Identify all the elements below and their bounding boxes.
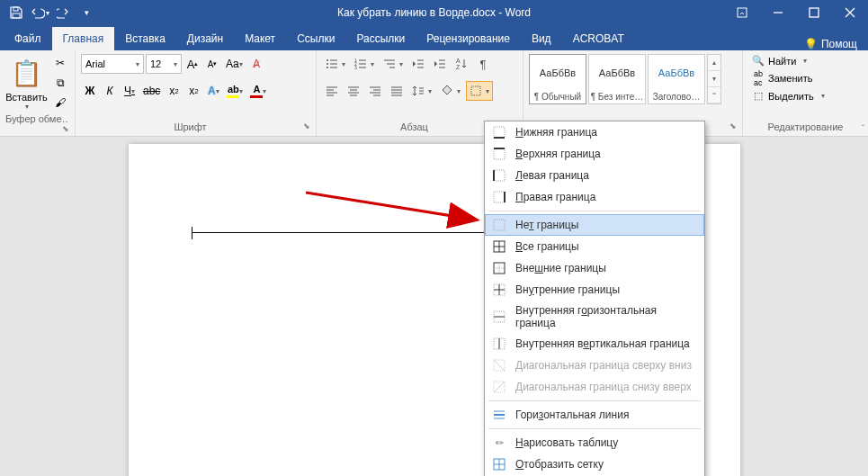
- svg-rect-1: [13, 13, 20, 18]
- search-icon: 🔍: [752, 55, 765, 67]
- show-marks-button[interactable]: ¶: [473, 54, 493, 74]
- border-diagonal-down-item: Диагональная граница сверху вниз: [485, 355, 704, 376]
- underline-button[interactable]: Ч▾: [121, 81, 139, 101]
- collapse-ribbon-button[interactable]: ˇ: [862, 124, 864, 134]
- redo-button[interactable]: [52, 2, 74, 23]
- grow-font-button[interactable]: A▴: [183, 54, 201, 74]
- svg-rect-54: [494, 192, 505, 202]
- tab-mailings[interactable]: Рассылки: [345, 27, 416, 50]
- styles-dialog-launcher[interactable]: ⬊: [729, 121, 737, 130]
- svg-rect-47: [471, 86, 480, 95]
- maximize-button[interactable]: [796, 0, 832, 25]
- tab-references[interactable]: Ссылки: [286, 27, 345, 50]
- border-right-item[interactable]: Правая граница: [485, 186, 704, 208]
- border-outside-icon: [492, 261, 506, 275]
- align-left-button[interactable]: [322, 81, 342, 101]
- superscript-button[interactable]: x2: [184, 81, 202, 101]
- title-bar: ▾ ▾ Как убрать линию в Ворде.docx - Word: [0, 0, 868, 25]
- border-diag-down-icon: [492, 358, 506, 373]
- tab-home[interactable]: Главная: [52, 27, 115, 50]
- svg-rect-52: [494, 170, 505, 181]
- border-none-item[interactable]: Нет границы: [485, 214, 704, 236]
- multilevel-list-button[interactable]: ▾: [380, 54, 407, 74]
- format-painter-button[interactable]: 🖌: [51, 94, 69, 112]
- justify-button[interactable]: [387, 81, 407, 101]
- border-inside-vertical-item[interactable]: Внутренняя вертикальная граница: [485, 333, 704, 355]
- border-bottom-item[interactable]: Нижняя граница: [485, 121, 704, 143]
- clear-formatting-button[interactable]: A̷: [247, 54, 265, 74]
- border-outside-item[interactable]: Внешние границы: [485, 257, 704, 279]
- ribbon: 📋 Вставить ▾ ✂ ⧉ 🖌 Буфер обме…⬊ Arial▾ 1…: [0, 50, 868, 137]
- lightbulb-icon: 💡: [804, 38, 818, 50]
- cut-button[interactable]: ✂: [51, 54, 69, 72]
- tab-acrobat[interactable]: ACROBAT: [562, 27, 635, 50]
- border-inside-icon: [492, 283, 506, 297]
- tab-insert[interactable]: Вставка: [114, 27, 176, 50]
- close-button[interactable]: [832, 0, 868, 25]
- tab-design[interactable]: Дизайн: [176, 27, 234, 50]
- font-color-button[interactable]: A▾: [247, 81, 269, 101]
- text-effects-button[interactable]: A▾: [204, 81, 222, 101]
- highlight-button[interactable]: ab▾: [224, 81, 246, 101]
- select-button[interactable]: ⬚Выделить▾: [748, 89, 828, 103]
- bold-button[interactable]: Ж: [81, 81, 99, 101]
- tab-review[interactable]: Рецензирование: [416, 27, 521, 50]
- clipboard-dialog-launcher[interactable]: ⬊: [62, 124, 69, 132]
- shading-button[interactable]: ▾: [437, 81, 464, 101]
- undo-button[interactable]: ▾: [29, 2, 50, 23]
- border-top-item[interactable]: Верхняя граница: [485, 143, 704, 165]
- border-inside-v-icon: [492, 337, 506, 351]
- group-clipboard: 📋 Вставить ▾ ✂ ⧉ 🖌 Буфер обме…⬊: [0, 50, 76, 136]
- svg-line-73: [494, 382, 505, 392]
- numbering-button[interactable]: 123▾: [351, 54, 378, 74]
- tab-file[interactable]: Файл: [4, 27, 52, 50]
- customize-qat-button[interactable]: ▾: [76, 2, 97, 23]
- borders-button[interactable]: ▾: [466, 81, 493, 101]
- group-font: Arial▾ 12▾ A▴ A▾ Aa▾ A̷ Ж К Ч▾ abc x2 x2…: [76, 50, 317, 136]
- align-right-button[interactable]: [365, 81, 385, 101]
- paste-button[interactable]: 📋 Вставить ▾: [5, 54, 48, 111]
- tab-view[interactable]: Вид: [521, 27, 562, 50]
- shrink-font-button[interactable]: A▾: [203, 54, 221, 74]
- font-dialog-launcher[interactable]: ⬊: [303, 121, 310, 130]
- border-all-item[interactable]: Все границы: [485, 236, 704, 257]
- tell-me-search[interactable]: 💡 Помощ: [804, 38, 868, 50]
- align-center-button[interactable]: [344, 81, 363, 101]
- border-inside-h-icon: [492, 310, 506, 324]
- border-inside-horizontal-item[interactable]: Внутренняя горизонтальная граница: [485, 301, 704, 333]
- italic-button[interactable]: К: [101, 81, 119, 101]
- sort-button[interactable]: AZ: [452, 54, 471, 74]
- font-size-combo[interactable]: 12▾: [146, 54, 182, 74]
- text-cursor: [192, 227, 192, 239]
- svg-rect-4: [810, 8, 819, 17]
- save-button[interactable]: [5, 2, 27, 23]
- border-bottom-icon: [492, 125, 506, 139]
- border-none-icon: [492, 218, 506, 232]
- change-case-button[interactable]: Aa▾: [223, 54, 246, 74]
- group-editing: 🔍Найти▾ abacЗаменить ⬚Выделить▾ Редактир…: [743, 50, 868, 136]
- border-left-icon: [492, 168, 506, 183]
- view-gridlines-item[interactable]: Отобразить сетку: [485, 454, 704, 475]
- increase-indent-button[interactable]: [430, 54, 450, 74]
- font-name-combo[interactable]: Arial▾: [81, 54, 144, 74]
- strikethrough-button[interactable]: abc: [140, 81, 163, 101]
- horizontal-line-item[interactable]: Горизонтальная линия: [485, 404, 704, 426]
- svg-rect-0: [13, 7, 18, 11]
- ribbon-display-options-button[interactable]: [724, 0, 760, 25]
- find-button[interactable]: 🔍Найти▾: [748, 54, 828, 67]
- border-left-item[interactable]: Левая граница: [485, 165, 704, 186]
- draw-table-item[interactable]: ✏Нарисовать таблицу: [485, 432, 704, 454]
- style-heading1[interactable]: АаБбВв Заголово…: [648, 54, 705, 104]
- tab-layout[interactable]: Макет: [234, 27, 286, 50]
- copy-button[interactable]: ⧉: [51, 74, 69, 92]
- border-inside-item[interactable]: Внутренние границы: [485, 279, 704, 301]
- styles-scrollbar[interactable]: ▴▾⁼: [707, 54, 721, 104]
- minimize-button[interactable]: [760, 0, 796, 25]
- subscript-button[interactable]: x2: [165, 81, 183, 101]
- replace-button[interactable]: abacЗаменить: [748, 68, 828, 88]
- line-spacing-button[interactable]: ▾: [408, 81, 435, 101]
- decrease-indent-button[interactable]: [408, 54, 428, 74]
- style-no-spacing[interactable]: АаБбВв ¶ Без инте…: [588, 54, 646, 104]
- style-normal[interactable]: АаБбВв ¶ Обычный: [529, 54, 586, 104]
- bullets-button[interactable]: ▾: [322, 54, 349, 74]
